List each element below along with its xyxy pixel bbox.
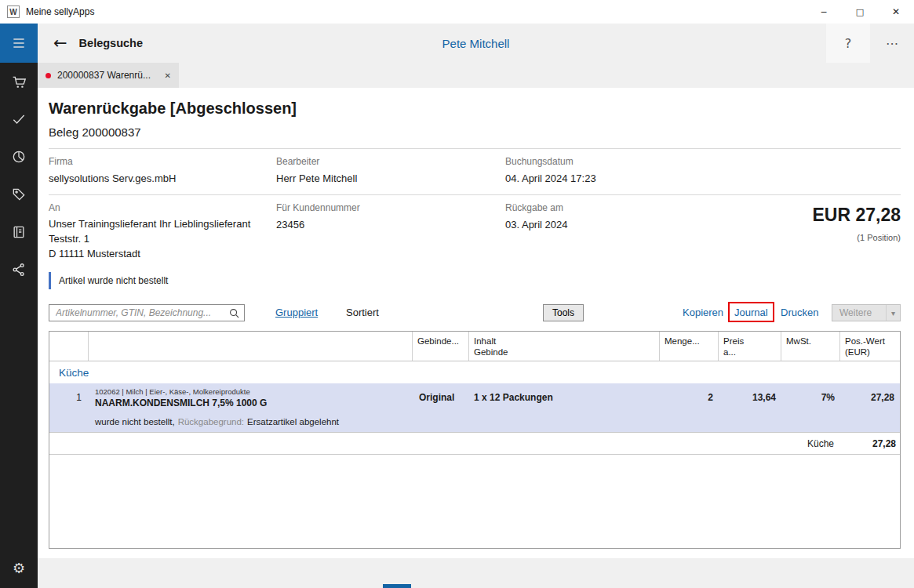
share-network-icon bbox=[11, 262, 27, 278]
document-tab[interactable]: 200000837 Warenrü... ✕ bbox=[38, 63, 179, 88]
tools-button[interactable]: Tools bbox=[543, 304, 584, 321]
cell-inhalt-gebinde: 1 x 12 Packungen bbox=[469, 392, 660, 403]
shopping-cart-icon bbox=[11, 74, 27, 90]
positions-toolbar: Gruppiert Sortiert Tools Kopieren Journa… bbox=[49, 304, 901, 323]
article-name: NAARM.KONDENSMILCH 7,5% 1000 G bbox=[95, 397, 413, 408]
settings-gear-icon: ⚙ bbox=[13, 560, 25, 576]
sidebar-item-network[interactable] bbox=[0, 251, 38, 289]
tab-close-icon[interactable]: ✕ bbox=[158, 71, 171, 80]
cell-article: 102062 | Milch | Eier-, Käse-, Molkereip… bbox=[89, 387, 413, 408]
table-row[interactable]: 1 102062 | Milch | Eier-, Käse-, Molkere… bbox=[49, 383, 900, 412]
row-note-label: Rückgabegrund: bbox=[178, 417, 244, 426]
window-controls: ─ □ ✕ bbox=[806, 0, 914, 24]
close-button[interactable]: ✕ bbox=[878, 0, 914, 24]
checkmark-icon bbox=[11, 111, 27, 127]
note-accent-bar bbox=[49, 272, 51, 289]
address-line: Unser Trainingslieferant Ihr Lieblingsli… bbox=[49, 216, 276, 231]
app-header: Pete Mitchell ← Belegsuche ? ⋯ bbox=[38, 24, 914, 63]
sidebar: ⚙ bbox=[0, 24, 38, 588]
more-options-button[interactable]: ⋯ bbox=[870, 24, 914, 63]
user-name[interactable]: Pete Mitchell bbox=[38, 37, 914, 50]
pie-chart-icon bbox=[11, 149, 27, 165]
table-empty-area bbox=[49, 455, 900, 548]
kopieren-link[interactable]: Kopieren bbox=[683, 307, 723, 318]
header-cell-mwst[interactable]: MwSt. bbox=[781, 332, 840, 361]
field-label: An bbox=[49, 202, 276, 213]
maximize-button[interactable]: □ bbox=[842, 0, 878, 24]
minimize-button[interactable]: ─ bbox=[806, 0, 842, 24]
sortiert-link[interactable]: Sortiert bbox=[346, 307, 379, 318]
field-kundennummer: Für Kundennummer 23456 bbox=[276, 202, 505, 266]
warning-text: Artikel wurde nicht bestellt bbox=[59, 275, 168, 286]
sidebar-item-statistics[interactable] bbox=[0, 138, 38, 176]
field-buchungsdatum: Buchungsdatum 04. April 2024 17:23 bbox=[505, 156, 901, 194]
field-bearbeiter: Bearbeiter Herr Pete Mitchell bbox=[276, 156, 505, 194]
footer-accent-bar bbox=[383, 584, 411, 588]
address-line: Teststr. 1 bbox=[49, 231, 276, 246]
weitere-dropdown[interactable]: Weitere ▾ bbox=[832, 304, 901, 321]
cell-pos-wert: 27,28 bbox=[840, 392, 900, 403]
app-logo-icon: W bbox=[7, 5, 20, 18]
field-value: 23456 bbox=[276, 219, 505, 230]
warning-note: Artikel wurde nicht bestellt bbox=[49, 271, 901, 290]
field-label: Buchungsdatum bbox=[505, 156, 901, 167]
document-title: Warenrückgabe [Abgeschlossen] bbox=[49, 100, 901, 118]
group-row-kueche[interactable]: Küche bbox=[49, 361, 900, 383]
positions-table: Gebinde... InhaltGebinde Menge... Preisa… bbox=[49, 331, 901, 549]
header-cell-inhalt-gebinde[interactable]: InhaltGebinde bbox=[469, 332, 660, 361]
sidebar-item-tasks[interactable] bbox=[0, 100, 38, 138]
field-value: Herr Pete Mitchell bbox=[276, 172, 505, 184]
article-search bbox=[49, 304, 245, 321]
field-label: Für Kundennummer bbox=[276, 202, 505, 213]
drucken-link[interactable]: Drucken bbox=[781, 307, 818, 318]
document-view: Warenrückgabe [Abgeschlossen] Beleg 2000… bbox=[38, 88, 914, 558]
cell-position: 1 bbox=[49, 392, 89, 403]
row-note-text: wurde nicht bestellt, bbox=[95, 417, 175, 426]
weitere-label: Weitere bbox=[839, 307, 872, 318]
document-total: EUR 27,28 (1 Position) bbox=[812, 205, 901, 242]
window-title: Meine sellyApps bbox=[26, 6, 94, 17]
group-label: Küche bbox=[59, 367, 89, 379]
summary-group-total: 27,28 bbox=[840, 438, 900, 449]
header-cell-preis[interactable]: Preisa... bbox=[719, 332, 781, 361]
journal-link[interactable]: Journal bbox=[734, 307, 768, 318]
search-input[interactable] bbox=[49, 307, 229, 318]
cell-gebinde: Original bbox=[413, 392, 469, 403]
recipient-address: Unser Trainingslieferant Ihr Lieblingsli… bbox=[49, 216, 276, 261]
address-line: D 11111 Musterstadt bbox=[49, 246, 276, 261]
sidebar-menu-button[interactable] bbox=[0, 24, 38, 63]
catalog-book-icon bbox=[11, 224, 27, 240]
header-cell-article[interactable] bbox=[89, 332, 413, 361]
cell-preis: 13,64 bbox=[719, 392, 781, 403]
field-firma: Firma sellysolutions Serv.ges.mbH bbox=[49, 156, 276, 194]
summary-group-label: Küche bbox=[781, 438, 840, 449]
sidebar-item-prices[interactable] bbox=[0, 176, 38, 213]
help-button[interactable]: ? bbox=[826, 24, 870, 63]
tab-label: 200000837 Warenrü... bbox=[57, 70, 151, 81]
journal-highlight-annotation: Journal bbox=[728, 302, 774, 322]
header-cell-pos-wert[interactable]: Pos.-Wert(EUR) bbox=[840, 332, 900, 361]
chevron-down-icon: ▾ bbox=[886, 305, 900, 321]
document-number: Beleg 200000837 bbox=[49, 125, 901, 139]
header-cell-gebinde[interactable]: Gebinde... bbox=[413, 332, 469, 361]
search-icon[interactable] bbox=[229, 308, 239, 318]
hamburger-icon bbox=[11, 35, 27, 51]
unsaved-indicator-icon bbox=[46, 73, 51, 78]
field-label: Firma bbox=[49, 156, 276, 167]
header-cell-pos[interactable] bbox=[49, 332, 89, 361]
total-amount: EUR 27,28 bbox=[812, 205, 901, 226]
row-note: wurde nicht bestellt, Rückgabegrund: Ers… bbox=[49, 412, 900, 432]
field-value: 04. April 2024 17:23 bbox=[505, 172, 901, 184]
sidebar-item-catalog[interactable] bbox=[0, 213, 38, 251]
window-titlebar: W Meine sellyApps ─ □ ✕ bbox=[0, 0, 914, 24]
field-an: An Unser Trainingslieferant Ihr Liebling… bbox=[49, 202, 276, 266]
group-summary-row: Küche 27,28 bbox=[49, 433, 900, 454]
price-tag-icon bbox=[11, 187, 27, 202]
cell-menge: 2 bbox=[660, 392, 719, 403]
sidebar-item-settings[interactable]: ⚙ bbox=[0, 549, 38, 586]
field-label: Bearbeiter bbox=[276, 156, 505, 167]
sidebar-item-cart[interactable] bbox=[0, 63, 38, 100]
header-cell-menge[interactable]: Menge... bbox=[660, 332, 719, 361]
footer-bar bbox=[38, 558, 914, 588]
gruppiert-link[interactable]: Gruppiert bbox=[275, 307, 318, 318]
